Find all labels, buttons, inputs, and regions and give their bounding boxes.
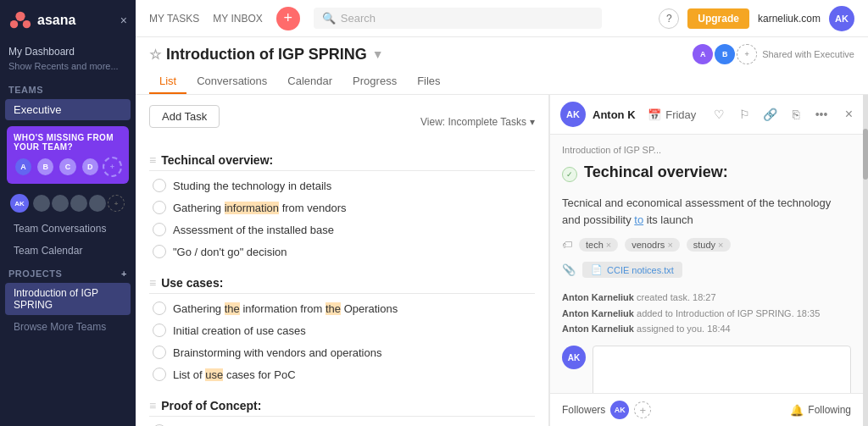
copy-icon[interactable]: ⎘ bbox=[785, 103, 807, 125]
task-item[interactable]: Studing the technology in details bbox=[149, 174, 535, 196]
task-item[interactable]: Gathering the information from the Opera… bbox=[149, 297, 535, 319]
panel-title-row: Techincal overview: bbox=[562, 163, 851, 188]
tag-icon: 🏷 bbox=[562, 239, 572, 251]
sidebar-mini-avatar-add[interactable]: + bbox=[108, 195, 125, 212]
task-item[interactable]: List of use cases for PoC bbox=[149, 363, 535, 385]
panel-section-title: Techincal overview: bbox=[584, 163, 728, 181]
projects-add-icon[interactable]: + bbox=[121, 268, 127, 279]
project-title-text: Introduction of IGP SPRING bbox=[166, 46, 367, 64]
task-item[interactable] bbox=[149, 420, 535, 426]
flag-icon[interactable]: ⚐ bbox=[734, 103, 756, 125]
project-title-group: ☆ Introduction of IGP SPRING ▼ bbox=[149, 46, 384, 64]
tab-calendar[interactable]: Calendar bbox=[277, 69, 342, 94]
tab-list[interactable]: List bbox=[149, 69, 186, 94]
panel-task-check[interactable] bbox=[562, 167, 577, 182]
tag-tech[interactable]: tech × bbox=[579, 238, 618, 252]
underline-text: to bbox=[634, 213, 643, 226]
task-check-4[interactable] bbox=[153, 245, 166, 258]
sidebar-mini-avatar-4 bbox=[89, 195, 106, 212]
attachment-file[interactable]: 📄 CCIE notices.txt bbox=[582, 262, 682, 278]
task-check-5[interactable] bbox=[153, 302, 166, 315]
upgrade-button[interactable]: Upgrade bbox=[687, 8, 749, 29]
panel-project-label: Introduction of IGP SP... bbox=[562, 145, 851, 155]
project-settings-icon[interactable]: ▼ bbox=[372, 47, 384, 61]
right-panel-user: AK Anton K bbox=[560, 102, 636, 127]
project-shared-area: A B + Shared with Executive bbox=[693, 44, 854, 64]
tag-venodrs-remove[interactable]: × bbox=[667, 240, 672, 250]
shared-avatar-add[interactable]: + bbox=[737, 44, 757, 64]
sidebar-close-btn[interactable]: × bbox=[120, 14, 127, 27]
tag-study[interactable]: study × bbox=[687, 238, 731, 252]
comment-text-input[interactable] bbox=[593, 346, 850, 390]
team-avatar-add[interactable]: + bbox=[103, 157, 122, 177]
sidebar-item-team-calendar[interactable]: Team Calendar bbox=[5, 241, 131, 261]
right-panel-date[interactable]: 📅 Friday bbox=[648, 108, 696, 121]
scroll-thumb[interactable] bbox=[863, 129, 868, 180]
scrollbar[interactable] bbox=[863, 95, 868, 426]
task-text-3: Assessment of the installed base bbox=[173, 224, 334, 236]
task-text-8: List of use cases for PoC bbox=[173, 368, 296, 381]
project-star-icon[interactable]: ☆ bbox=[149, 47, 161, 63]
user-name-label[interactable]: karneliuk.com bbox=[758, 13, 821, 25]
add-follower-button[interactable]: + bbox=[634, 401, 651, 418]
section-drag-handle: ≡ bbox=[149, 153, 156, 167]
teams-section-label: Teams bbox=[0, 78, 136, 98]
tag-study-remove[interactable]: × bbox=[718, 240, 723, 250]
tab-files[interactable]: Files bbox=[407, 69, 450, 94]
task-check-6[interactable] bbox=[153, 324, 166, 337]
help-button[interactable]: ? bbox=[659, 8, 679, 29]
shared-avatars-row: A B + bbox=[693, 44, 757, 64]
tab-progress[interactable]: Progress bbox=[342, 69, 407, 94]
tab-conversations[interactable]: Conversations bbox=[186, 69, 277, 94]
more-options-icon[interactable]: ••• bbox=[810, 103, 832, 125]
task-item[interactable]: "Go / don't go" decision bbox=[149, 241, 535, 263]
sidebar-mini-avatar-3 bbox=[70, 195, 87, 212]
task-item[interactable]: Brainstorming with vendors and operation… bbox=[149, 341, 535, 363]
tag-tech-remove[interactable]: × bbox=[606, 240, 611, 250]
my-dashboard-link[interactable]: My Dashboard bbox=[0, 41, 136, 59]
file-icon: 📄 bbox=[591, 264, 603, 275]
comment-input-box: Comment bbox=[593, 346, 851, 393]
heart-icon[interactable]: ♡ bbox=[709, 103, 731, 125]
user-avatar[interactable]: AK bbox=[829, 6, 854, 31]
view-filter-dropdown[interactable]: View: Incomplete Tasks ▾ bbox=[420, 112, 535, 132]
task-check-1[interactable] bbox=[153, 179, 166, 192]
right-panel-footer: Followers AK + 🔔 Following bbox=[550, 393, 863, 426]
view-filter-label: View: Incomplete Tasks bbox=[420, 116, 526, 128]
right-panel-close-button[interactable]: × bbox=[845, 107, 853, 122]
search-bar[interactable]: 🔍 Search bbox=[314, 8, 602, 29]
team-card-label: WHO'S MISSING FROM YOUR TEAM? bbox=[14, 133, 122, 152]
add-task-button[interactable]: Add Task bbox=[149, 105, 220, 128]
asana-logo-text: asana bbox=[37, 13, 75, 28]
my-inbox-link[interactable]: MY INBOX bbox=[213, 13, 262, 25]
sidebar-browse-teams[interactable]: Browse More Teams bbox=[5, 317, 131, 337]
task-list: Add Task View: Incomplete Tasks ▾ ≡ Tech… bbox=[136, 95, 549, 426]
tag-venodrs[interactable]: venodrs × bbox=[625, 238, 680, 252]
link-icon[interactable]: 🔗 bbox=[760, 103, 782, 125]
add-task-quick-button[interactable]: + bbox=[276, 7, 300, 30]
sidebar-item-team-conversations[interactable]: Team Conversations bbox=[5, 219, 131, 239]
my-tasks-link[interactable]: MY TASKS bbox=[149, 13, 199, 25]
sidebar: asana × My Dashboard Show Recents and mo… bbox=[0, 0, 136, 426]
svg-point-1 bbox=[10, 20, 18, 28]
file-name: CCIE notices.txt bbox=[607, 265, 674, 275]
task-check-7[interactable] bbox=[153, 346, 166, 359]
task-check-3[interactable] bbox=[153, 223, 166, 236]
shared-avatar-1: A bbox=[693, 44, 713, 64]
task-check-8[interactable] bbox=[153, 368, 166, 381]
sidebar-item-igp-spring[interactable]: Introduction of IGP SPRING bbox=[5, 283, 131, 315]
team-missing-card: WHO'S MISSING FROM YOUR TEAM? A B C D + bbox=[7, 126, 129, 184]
section-proof-of-concept: ≡ Proof of Concept: bbox=[149, 394, 535, 417]
search-placeholder-text: Search bbox=[341, 12, 376, 25]
sidebar-item-executive[interactable]: Executive bbox=[5, 99, 131, 120]
task-item[interactable]: Gathering information from vendors bbox=[149, 196, 535, 219]
section-poc-title: Proof of Concept: bbox=[161, 399, 261, 412]
comment-area: AK Comment bbox=[562, 346, 851, 393]
show-recents-link[interactable]: Show Recents and more... bbox=[0, 59, 136, 78]
following-button[interactable]: 🔔 Following bbox=[790, 404, 851, 417]
task-text-4: "Go / don't go" decision bbox=[173, 246, 287, 258]
task-item[interactable]: Initial creation of use cases bbox=[149, 319, 535, 341]
team-avatar-4: D bbox=[81, 157, 100, 177]
task-check-2[interactable] bbox=[153, 201, 166, 214]
task-item[interactable]: Assessment of the installed base bbox=[149, 219, 535, 241]
